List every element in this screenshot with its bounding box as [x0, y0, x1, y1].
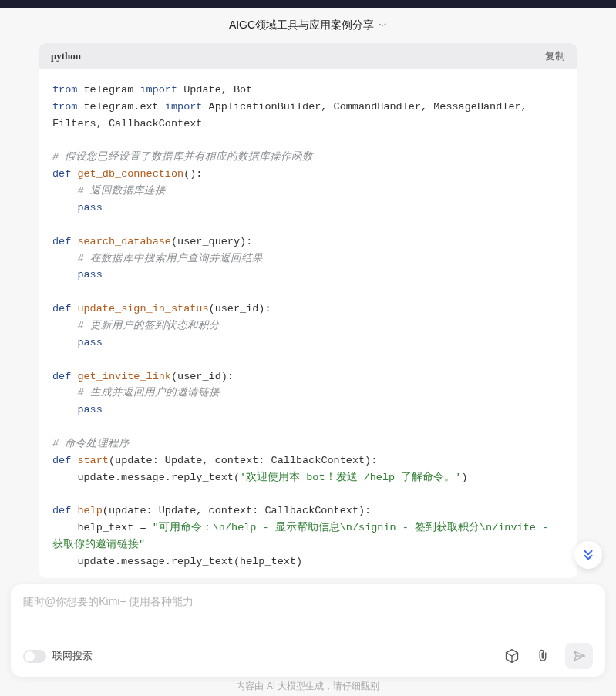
code-token: '欢迎使用本 bot！发送 /help 了解命令。' [240, 472, 461, 483]
code-token: search_database [77, 236, 171, 247]
code-token: update.message.reply_text( [52, 472, 240, 483]
code-token [52, 269, 77, 281]
attachment-icon[interactable] [534, 647, 551, 664]
code-token: def [52, 505, 71, 516]
code-token: def [52, 455, 71, 466]
code-token: import [165, 101, 203, 113]
send-icon [572, 649, 586, 663]
code-token [52, 337, 77, 348]
code-token: def [52, 371, 71, 382]
code-token: (user_id): [171, 371, 234, 382]
code-token: pass [77, 404, 102, 415]
code-token: from [52, 84, 77, 96]
code-token: update.message.reply_text(help_text) [52, 556, 302, 567]
chevron-down-icon: ﹀ [379, 20, 387, 32]
chat-input-box[interactable]: 随时@你想要的Kimi+ 使用各种能力 联网搜索 [11, 584, 605, 677]
code-token: (user_id): [209, 303, 271, 314]
chat-title: AIGC领域工具与应用案例分享 [229, 18, 374, 32]
send-button[interactable] [565, 643, 593, 669]
code-token: pass [77, 202, 102, 214]
code-token: from [52, 101, 77, 113]
chat-area: python 复制 from telegram import Update, B… [0, 43, 616, 578]
code-comment: # 返回数据库连接 [52, 185, 166, 197]
code-token [52, 202, 77, 214]
code-token: import [140, 84, 177, 96]
code-token: help [77, 505, 102, 516]
cube-icon[interactable] [503, 647, 520, 664]
code-token: def [52, 303, 71, 314]
code-token: get_invite_link [77, 371, 171, 382]
code-block-header: python 复制 [39, 43, 577, 69]
code-token: (update: Update, context: CallbackContex… [103, 505, 371, 516]
code-token: ) [461, 472, 467, 483]
code-language-label: python [51, 50, 81, 62]
code-comment: # 命令处理程序 [52, 438, 130, 449]
code-token [52, 404, 77, 415]
code-token: telegram [77, 84, 140, 96]
input-right-icons [503, 643, 593, 669]
code-token: def [52, 236, 71, 247]
code-token: help_text = [52, 522, 153, 533]
code-token: start [77, 455, 109, 466]
chat-title-bar[interactable]: AIGC领域工具与应用案例分享 ﹀ [0, 8, 616, 43]
code-token: pass [77, 337, 102, 348]
copy-button[interactable]: 复制 [545, 49, 565, 63]
code-token: (): [183, 168, 202, 180]
scroll-to-bottom-button[interactable] [574, 541, 602, 569]
code-comment: # 假设您已经设置了数据库并有相应的数据库操作函数 [52, 151, 313, 163]
toggle-switch[interactable] [23, 650, 46, 663]
chat-input-placeholder: 随时@你想要的Kimi+ 使用各种能力 [23, 595, 593, 609]
code-comment: # 生成并返回用户的邀请链接 [52, 387, 220, 398]
web-search-toggle[interactable]: 联网搜索 [23, 649, 93, 663]
code-token: (user_query): [171, 236, 252, 247]
ai-disclaimer: 内容由 AI 大模型生成，请仔细甄别 [0, 680, 616, 693]
code-comment: # 更新用户的签到状态和积分 [52, 320, 220, 331]
double-chevron-down-icon [581, 548, 595, 562]
code-token: update_sign_in_status [77, 303, 208, 314]
code-body: from telegram import Update, Bot from te… [39, 69, 577, 578]
code-token: Update, Bot [177, 84, 252, 96]
code-token: def [52, 168, 71, 180]
input-toolbar: 联网搜索 [23, 643, 593, 669]
code-token: telegram.ext [77, 101, 164, 113]
window-top-bar [0, 0, 616, 8]
web-search-label: 联网搜索 [52, 649, 93, 663]
code-token: (update: Update, context: CallbackContex… [109, 455, 377, 466]
code-block: python 复制 from telegram import Update, B… [39, 43, 577, 578]
code-token: get_db_connection [77, 168, 183, 180]
code-token: pass [77, 269, 102, 281]
code-comment: # 在数据库中搜索用户查询并返回结果 [52, 253, 263, 264]
